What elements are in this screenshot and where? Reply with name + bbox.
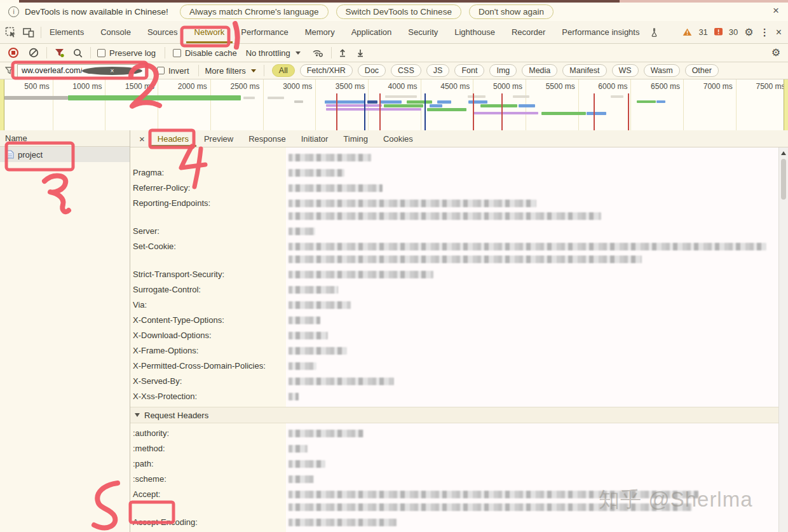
detail-tab[interactable]: Headers xyxy=(150,130,196,147)
export-har-icon[interactable] xyxy=(356,48,365,57)
filter-text-input[interactable]: ww.overleaf.com/project × xyxy=(17,64,146,78)
request-type-filter-pill[interactable]: All xyxy=(272,64,295,77)
request-type-filter-pill[interactable]: JS xyxy=(426,64,450,77)
detail-tab[interactable]: Timing xyxy=(336,130,376,147)
request-type-filter-pill[interactable]: Fetch/XHR xyxy=(300,64,353,77)
request-type-filter-pill[interactable]: Wasm xyxy=(644,64,680,77)
header-name: Reporting-Endpoints: xyxy=(130,197,289,225)
timeline-tick-label: 7500 ms xyxy=(756,82,785,91)
timeline-tick-label: 2000 ms xyxy=(178,82,207,91)
more-options-icon[interactable]: ⋮ xyxy=(760,27,770,38)
request-headers-section-header[interactable]: Request Headers xyxy=(130,407,779,423)
notification-action-button[interactable]: Switch DevTools to Chinese xyxy=(336,4,461,19)
search-icon[interactable] xyxy=(73,48,83,58)
headers-content[interactable]: Pragma: Referrer-Policy: Reporting-Endpo… xyxy=(130,147,779,532)
request-type-filter-pill[interactable]: WS xyxy=(612,64,639,77)
devtools-panel-tab[interactable]: Sources xyxy=(139,21,186,43)
preserve-log-checkbox[interactable] xyxy=(97,49,105,57)
request-type-filter-pill[interactable]: Media xyxy=(522,64,557,77)
clear-filter-icon[interactable]: × xyxy=(82,67,142,75)
header-name: Server: xyxy=(130,225,289,240)
throttling-select[interactable]: No throttling xyxy=(246,48,290,58)
tab-label: Memory xyxy=(305,27,335,37)
redacted-header-value xyxy=(289,458,325,473)
detail-tab[interactable]: Response xyxy=(241,130,294,147)
notification-action-button[interactable]: Always match Chrome's language xyxy=(180,4,329,19)
waterfall-bar xyxy=(243,97,255,99)
close-detail-icon[interactable]: × xyxy=(139,133,145,144)
network-settings-gear-icon[interactable]: ⚙ xyxy=(771,48,780,58)
devtools-panel-tab[interactable]: Performance xyxy=(233,21,296,43)
chevron-down-icon[interactable] xyxy=(251,69,256,72)
request-type-filter-pill[interactable]: CSS xyxy=(391,64,421,77)
devtools-panel-tab[interactable]: Lighthouse xyxy=(446,21,503,43)
devtools-panel-tab[interactable]: Console xyxy=(92,21,139,43)
tab-label: Recorder xyxy=(512,27,545,37)
header-name: :path: xyxy=(130,458,289,473)
redacted-header-value xyxy=(289,473,314,488)
notification-text: DevTools is now available in Chinese! xyxy=(25,7,168,17)
scrollbar-thumb[interactable] xyxy=(781,159,786,200)
tab-label: Application xyxy=(351,27,392,37)
devtools-panel-tab[interactable]: Memory xyxy=(297,21,343,43)
notification-action-button[interactable]: Don't show again xyxy=(469,4,554,19)
redacted-header-value xyxy=(289,268,433,283)
devtools-panel-tab[interactable]: Security xyxy=(400,21,446,43)
request-type-filter-pill[interactable]: Img xyxy=(489,64,517,77)
request-row[interactable]: project xyxy=(0,147,130,162)
devtools-panel-tab[interactable]: Network xyxy=(186,21,233,43)
clear-network-log-icon[interactable] xyxy=(29,48,39,58)
issues-icon[interactable] xyxy=(714,28,723,36)
chevron-down-icon[interactable] xyxy=(296,51,301,55)
request-type-filter-pill[interactable]: Doc xyxy=(358,64,386,77)
redacted-header-value xyxy=(289,225,315,240)
filter-icon[interactable] xyxy=(55,48,64,57)
header-row: :authority: xyxy=(130,427,779,442)
timeline-left-handle[interactable] xyxy=(0,79,4,130)
devtools-panel-tab[interactable]: Elements xyxy=(41,21,92,43)
import-har-icon[interactable] xyxy=(338,48,347,57)
header-name: X-Served-By: xyxy=(130,375,289,390)
request-type-filter-pill[interactable]: Other xyxy=(685,64,719,77)
settings-gear-icon[interactable]: ⚙ xyxy=(744,27,753,38)
devtools-panel-tab[interactable]: Performance insights xyxy=(554,21,648,43)
timeline-tick-label: 4000 ms xyxy=(388,82,418,91)
more-filters-button[interactable]: More filters xyxy=(205,66,246,76)
disable-cache-label: Disable cache xyxy=(185,48,237,58)
redacted-header-value xyxy=(289,375,394,390)
header-name: Via: xyxy=(130,299,289,314)
scroll-up-arrow-icon[interactable] xyxy=(781,151,786,155)
devtools-panel-tab[interactable]: Recorder xyxy=(503,21,554,43)
disable-cache-checkbox[interactable] xyxy=(173,49,181,57)
devtools-panel-tab[interactable]: Application xyxy=(343,21,400,43)
header-row: X-Served-By: xyxy=(130,375,779,390)
notification-close-icon[interactable]: × xyxy=(773,4,779,17)
timeline-right-handle[interactable] xyxy=(784,79,788,130)
header-name: X-Xss-Protection: xyxy=(130,390,289,406)
divider xyxy=(264,65,264,76)
device-toolbar-icon[interactable] xyxy=(23,27,34,38)
detail-tab[interactable]: Initiator xyxy=(294,130,336,147)
detail-tab[interactable]: Preview xyxy=(196,130,241,147)
load-event-marker xyxy=(379,93,381,130)
close-devtools-icon[interactable]: × xyxy=(776,27,782,38)
warning-icon[interactable] xyxy=(683,28,692,36)
request-type-filter-pill[interactable]: Font xyxy=(454,64,484,77)
issues-count[interactable]: 30 xyxy=(729,27,738,37)
invert-checkbox[interactable] xyxy=(157,67,165,74)
detail-tab[interactable]: Cookies xyxy=(376,130,421,147)
warning-count[interactable]: 31 xyxy=(698,27,707,37)
request-type-filter-pill[interactable]: Manifest xyxy=(562,64,606,77)
record-network-log-icon[interactable] xyxy=(8,48,18,58)
header-name: :method: xyxy=(130,442,289,458)
header-row: X-Download-Options: xyxy=(130,329,779,344)
timeline-tick-label: 7000 ms xyxy=(703,82,733,91)
name-column-header[interactable]: Name xyxy=(0,130,130,147)
tab-label: Elements xyxy=(50,27,84,37)
redacted-header-value xyxy=(289,283,338,299)
request-detail-panel: × HeadersPreviewResponseInitiatorTimingC… xyxy=(130,130,788,532)
vertical-scrollbar[interactable] xyxy=(778,147,788,532)
inspect-element-icon[interactable] xyxy=(5,27,17,38)
network-conditions-icon[interactable] xyxy=(312,48,323,57)
network-overview-timeline[interactable]: 500 ms 1000 ms 1500 ms 2000 ms 2500 ms 3… xyxy=(0,79,788,131)
